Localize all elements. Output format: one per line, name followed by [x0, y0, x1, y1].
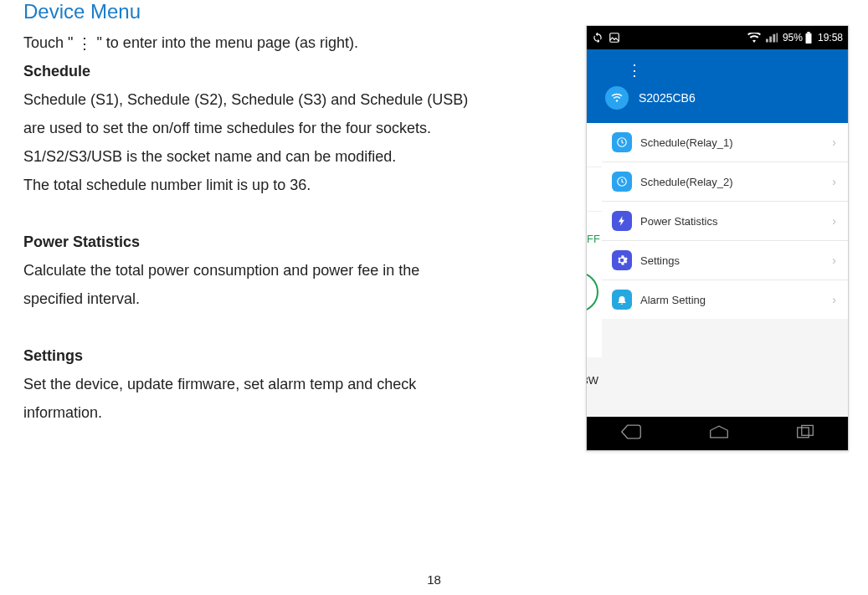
svg-rect-2: [807, 32, 810, 33]
signal-icon: [766, 33, 778, 43]
menu-item-label: Power Statistics: [640, 215, 832, 228]
menu-item-label: Alarm Setting: [640, 294, 832, 306]
svg-rect-0: [610, 33, 619, 43]
clock-icon: [612, 132, 632, 152]
vertical-dots-icon: ⋮: [77, 36, 92, 51]
menu-item-alarm-setting[interactable]: Alarm Setting ›: [602, 280, 848, 319]
power-line-1: Calculate the total power consumption an…: [23, 262, 419, 279]
image-icon: [609, 32, 620, 44]
power-line-2: specified interval.: [23, 290, 140, 307]
back-icon[interactable]: [620, 424, 642, 443]
kebab-menu-icon[interactable]: ⋮: [627, 63, 642, 78]
schedule-heading: Schedule: [23, 63, 90, 80]
section-title: Device Menu: [23, 0, 845, 23]
bolt-icon: [612, 211, 632, 231]
device-wifi-icon: [605, 86, 629, 110]
battery-icon: [804, 32, 813, 44]
settings-line-2: information.: [23, 404, 102, 421]
android-nav-bar: [587, 417, 848, 450]
schedule-line-4: The total schedule number limit is up to…: [23, 177, 311, 193]
android-status-bar: 95% 19:58: [587, 26, 848, 49]
body-text: Touch " ⋮ " to enter into the menu page …: [23, 28, 576, 427]
chevron-right-icon: ›: [832, 175, 836, 188]
menu-item-label: Schedule(Relay_2): [640, 176, 832, 188]
menu-item-settings[interactable]: Settings ›: [602, 241, 848, 280]
settings-heading: Settings: [23, 347, 83, 364]
menu-item-label: Schedule(Relay_1): [640, 136, 832, 149]
menu-item-schedule-relay-1[interactable]: Schedule(Relay_1) ›: [602, 123, 848, 162]
clock-icon: [612, 172, 632, 192]
status-time: 19:58: [818, 32, 843, 44]
menu-item-power-statistics[interactable]: Power Statistics ›: [602, 202, 848, 241]
menu-item-label: Settings: [640, 254, 832, 267]
background-screen-sliver: OFF 3W: [587, 123, 602, 357]
schedule-line-1: Schedule (S1), Schedule (S2), Schedule (…: [23, 91, 468, 108]
recent-apps-icon[interactable]: [796, 424, 814, 443]
page-number: 18: [0, 572, 868, 587]
off-label: OFF: [587, 212, 602, 265]
chevron-right-icon: ›: [832, 214, 836, 228]
device-name: S2025CB6: [639, 91, 696, 105]
wifi-icon: [747, 33, 761, 43]
schedule-line-2: are used to set the on/off time schedule…: [23, 120, 431, 136]
schedule-line-3: S1/S2/S3/USB is the socket name and can …: [23, 148, 396, 165]
home-icon[interactable]: [709, 424, 729, 443]
svg-rect-1: [805, 33, 811, 44]
chevron-right-icon: ›: [832, 293, 836, 306]
battery-percent: 95%: [783, 32, 803, 44]
power-ring-arc: [586, 272, 598, 312]
chevron-right-icon: ›: [832, 254, 836, 267]
svg-rect-7: [802, 425, 814, 435]
menu-item-schedule-relay-2[interactable]: Schedule(Relay_2) ›: [602, 162, 848, 202]
phone-screenshot: 95% 19:58 ⋮ S2025CB6 OFF 3W Schedule(Rel…: [586, 25, 849, 451]
svg-rect-6: [798, 428, 809, 438]
sync-icon: [592, 32, 603, 44]
touch-text-pre: Touch ": [23, 34, 73, 51]
svg-point-3: [616, 100, 618, 101]
drawer-header: ⋮ S2025CB6: [587, 49, 848, 123]
touch-text-post: " to enter into the menu page (as right)…: [96, 34, 358, 51]
drawer-menu: Schedule(Relay_1) › Schedule(Relay_2) › …: [602, 123, 848, 319]
chevron-right-icon: ›: [832, 136, 836, 149]
watt-label: 3W: [586, 374, 598, 387]
settings-line-1: Set the device, update firmware, set ala…: [23, 376, 416, 392]
bell-icon: [612, 290, 632, 310]
power-heading: Power Statistics: [23, 233, 140, 250]
gear-icon: [612, 250, 632, 270]
